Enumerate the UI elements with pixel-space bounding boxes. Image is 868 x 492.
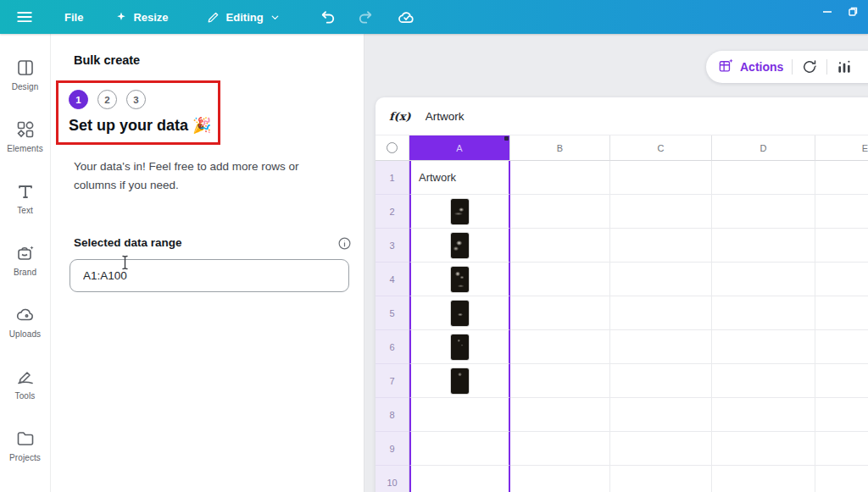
cell-a7[interactable] bbox=[409, 364, 510, 398]
cell[interactable] bbox=[815, 398, 868, 432]
cell[interactable] bbox=[712, 195, 815, 229]
artwork-thumbnail[interactable] bbox=[451, 334, 469, 360]
cell[interactable] bbox=[610, 229, 712, 263]
cell-a8[interactable] bbox=[409, 398, 510, 432]
row-header[interactable]: 5 bbox=[376, 296, 409, 330]
cell[interactable] bbox=[815, 195, 868, 229]
row-header[interactable]: 3 bbox=[376, 229, 409, 263]
cell-a5[interactable] bbox=[409, 296, 510, 330]
artwork-thumbnail[interactable] bbox=[451, 368, 469, 394]
artwork-thumbnail[interactable] bbox=[451, 301, 469, 326]
artwork-thumbnail[interactable] bbox=[451, 199, 469, 224]
cell[interactable] bbox=[712, 398, 815, 432]
step-1-badge[interactable]: 1 bbox=[69, 90, 88, 109]
row-header[interactable]: 10 bbox=[376, 466, 409, 492]
cell[interactable] bbox=[510, 432, 610, 466]
cell[interactable] bbox=[712, 432, 815, 466]
cell[interactable] bbox=[815, 466, 868, 492]
cell[interactable] bbox=[610, 296, 712, 330]
formula-bar[interactable]: f(x) Artwork bbox=[376, 97, 868, 135]
cell-a4[interactable] bbox=[409, 263, 510, 296]
floating-toolbar: Actions bbox=[706, 51, 868, 83]
cell[interactable] bbox=[712, 364, 815, 398]
sidebar-item-text[interactable]: Text bbox=[0, 181, 50, 243]
undo-button[interactable] bbox=[320, 8, 337, 25]
cell-a10[interactable] bbox=[409, 466, 510, 492]
row-header[interactable]: 6 bbox=[376, 330, 409, 364]
cell[interactable] bbox=[610, 398, 712, 432]
sparkle-icon bbox=[115, 11, 127, 23]
column-header-e[interactable]: E bbox=[815, 135, 868, 161]
cell[interactable] bbox=[510, 398, 610, 432]
cell[interactable] bbox=[815, 330, 868, 364]
cell[interactable] bbox=[510, 466, 610, 492]
sync-refresh-icon[interactable] bbox=[801, 58, 818, 75]
row-header[interactable]: 4 bbox=[376, 263, 409, 296]
cell[interactable] bbox=[510, 364, 610, 398]
hamburger-menu-icon[interactable] bbox=[15, 8, 34, 26]
cell[interactable] bbox=[510, 296, 610, 330]
cell[interactable] bbox=[510, 330, 610, 364]
cell[interactable] bbox=[510, 229, 610, 263]
cell[interactable] bbox=[610, 330, 712, 364]
cell[interactable] bbox=[712, 330, 815, 364]
column-header-b[interactable]: B bbox=[510, 135, 610, 161]
row-header[interactable]: 9 bbox=[376, 432, 409, 466]
cell[interactable] bbox=[610, 161, 712, 195]
row-header[interactable]: 8 bbox=[376, 398, 409, 432]
cell[interactable] bbox=[712, 296, 815, 330]
cell[interactable] bbox=[712, 229, 815, 263]
column-header-d[interactable]: D bbox=[712, 135, 815, 161]
cell[interactable] bbox=[815, 296, 868, 330]
cell[interactable] bbox=[610, 195, 712, 229]
step-3-badge[interactable]: 3 bbox=[126, 90, 146, 109]
sidebar-item-design[interactable]: Design bbox=[0, 58, 50, 119]
artwork-thumbnail[interactable] bbox=[451, 267, 469, 292]
cell[interactable] bbox=[510, 195, 610, 229]
sidebar-item-projects[interactable]: Projects bbox=[0, 428, 50, 490]
select-all-cell[interactable] bbox=[376, 135, 409, 161]
sidebar-item-elements[interactable]: Elements bbox=[0, 119, 50, 181]
cell-a3[interactable] bbox=[409, 229, 510, 263]
cell[interactable] bbox=[610, 432, 712, 466]
row-header[interactable]: 2 bbox=[376, 195, 409, 229]
cell[interactable] bbox=[815, 161, 868, 195]
window-minimize-icon[interactable] bbox=[822, 5, 832, 20]
sidebar-item-tools[interactable]: Tools bbox=[0, 367, 50, 428]
actions-button[interactable]: Actions bbox=[718, 58, 783, 76]
window-restore-icon[interactable] bbox=[848, 5, 858, 20]
cell-a6[interactable] bbox=[409, 330, 510, 364]
row-header[interactable]: 7 bbox=[376, 364, 409, 398]
column-header-c[interactable]: C bbox=[610, 135, 712, 161]
info-icon[interactable] bbox=[337, 236, 352, 254]
data-range-input[interactable] bbox=[70, 259, 349, 292]
cloud-save-status-icon[interactable] bbox=[398, 8, 415, 26]
step-2-badge[interactable]: 2 bbox=[97, 90, 117, 109]
cell[interactable] bbox=[815, 263, 868, 296]
sidebar-item-uploads[interactable]: Uploads bbox=[0, 305, 50, 367]
selection-handle[interactable] bbox=[504, 136, 509, 141]
cell-a1[interactable]: Artwork bbox=[409, 161, 510, 195]
artwork-thumbnail[interactable] bbox=[451, 233, 469, 258]
resize-button[interactable]: Resize bbox=[115, 11, 168, 24]
cell[interactable] bbox=[712, 466, 815, 492]
cell-a2[interactable] bbox=[409, 195, 510, 229]
chart-insights-icon[interactable] bbox=[836, 58, 853, 75]
cell[interactable] bbox=[815, 229, 868, 263]
column-header-a-selected[interactable]: A bbox=[409, 135, 510, 161]
cell[interactable] bbox=[712, 161, 815, 195]
cell[interactable] bbox=[510, 161, 610, 195]
cell[interactable] bbox=[610, 364, 712, 398]
cell[interactable] bbox=[510, 263, 610, 296]
redo-button[interactable] bbox=[357, 8, 374, 25]
cell[interactable] bbox=[610, 263, 712, 296]
cell[interactable] bbox=[815, 432, 868, 466]
row-header[interactable]: 1 bbox=[376, 161, 409, 195]
file-menu-button[interactable]: File bbox=[64, 11, 83, 24]
cell[interactable] bbox=[712, 263, 815, 296]
editing-mode-dropdown[interactable]: Editing bbox=[206, 10, 281, 25]
sidebar-item-brand[interactable]: Brand bbox=[0, 243, 50, 305]
cell[interactable] bbox=[610, 466, 712, 492]
cell[interactable] bbox=[815, 364, 868, 398]
cell-a9[interactable] bbox=[409, 432, 510, 466]
